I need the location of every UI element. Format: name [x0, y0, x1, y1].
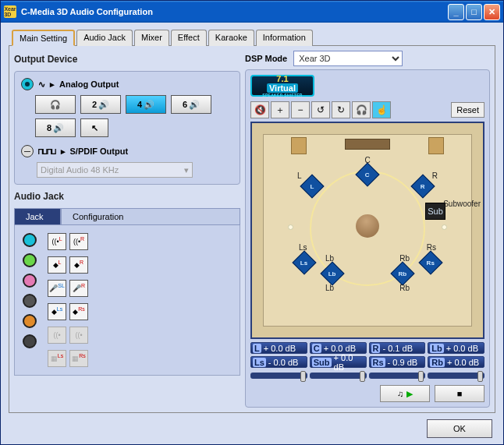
spdif-format-select[interactable]: Digital Audio 48 KHz ▾ — [37, 162, 193, 178]
close-button[interactable]: ✕ — [484, 4, 500, 20]
dsp-mode-label: DSP Mode — [245, 54, 287, 63]
digital-wave-icon: ⊓⊔⊓⊔ — [38, 147, 56, 157]
back-ls-button: ▦Ls — [48, 350, 66, 367]
tab-effect[interactable]: Effect — [171, 30, 207, 46]
zoom-in-button[interactable]: ＋ — [271, 101, 289, 118]
level-ls[interactable]: Ls- 0.0 dB — [250, 356, 307, 368]
mute-button[interactable]: 🔇 — [250, 101, 269, 118]
tab-karaoke[interactable]: Karaoke — [208, 30, 254, 46]
level-rb[interactable]: Rb+ 0.0 dB — [428, 356, 484, 368]
sub-button: ((• — [69, 327, 88, 344]
speaker-6-button[interactable]: 6🔊 — [171, 95, 211, 114]
reset-button[interactable]: Reset — [451, 102, 484, 118]
ok-button[interactable]: OK — [427, 419, 492, 438]
sine-wave-icon: ∿ — [38, 79, 45, 90]
speaker-4-button[interactable]: 4🔊 — [126, 95, 166, 114]
front-monitor-l — [291, 137, 307, 154]
play-demo-button[interactable]: ♫▶ — [380, 385, 430, 402]
jack-black[interactable] — [23, 334, 37, 348]
front-r-button[interactable]: ◆R — [69, 256, 88, 274]
spdif-output-label: S/PDIF Output — [70, 147, 129, 156]
slider-sub[interactable] — [310, 373, 367, 379]
level-sub[interactable]: Sub+ 0.0 dB — [310, 356, 367, 368]
stop-demo-button[interactable]: ■ — [435, 385, 484, 402]
speaker-2-button[interactable]: 2🔊 — [80, 95, 121, 114]
side-dot-l — [288, 224, 293, 230]
mic-sl-button[interactable]: 🎤SL — [48, 280, 66, 297]
titlebar: Xear3D C-Media 3D Audio Configuration _ … — [1, 1, 503, 23]
headphone-icon: 🎧 — [50, 100, 61, 110]
configuration-tab[interactable]: Configuration — [61, 208, 240, 225]
music-note-icon: ♫ — [397, 389, 403, 398]
manual-shift-button[interactable]: ☝ — [372, 101, 391, 118]
speaker-icon: 🔊 — [98, 100, 109, 110]
surround-rs-button[interactable]: ◆Rs — [69, 303, 88, 320]
level-lb[interactable]: Lb+ 0.0 dB — [428, 342, 484, 354]
mic-r-button[interactable]: 🎤R — [69, 280, 88, 297]
wand-icon: ↖ — [91, 123, 98, 133]
speaker-room[interactable]: C C L L R R Sub Subwoofer Ls Ls — [250, 122, 484, 339]
surround-ls-button[interactable]: ◆Ls — [48, 303, 66, 320]
side-dot-r — [442, 224, 447, 230]
spdif-output-row[interactable]: ⊓⊔⊓⊔▸ S/PDIF Output — [21, 145, 233, 157]
jack-orange[interactable] — [23, 314, 37, 328]
speaker-8-button[interactable]: 8🔊 — [35, 118, 76, 137]
tab-mixer[interactable]: Mixer — [134, 30, 169, 46]
speaker-icon: 🔊 — [53, 123, 64, 133]
jack-blue[interactable] — [23, 233, 37, 247]
headphone-button[interactable]: 🎧 — [35, 95, 76, 114]
jack-color-column — [23, 233, 37, 367]
stop-icon: ■ — [457, 389, 463, 398]
headphone-mode-button[interactable]: 🎧 — [352, 101, 371, 118]
front-monitor-r — [428, 137, 444, 154]
tab-audio-jack[interactable]: Audio Jack — [76, 30, 133, 46]
listener-head-icon[interactable] — [356, 214, 379, 238]
dsp-panel: 7.1 Virtual SPEAKER SHIFTER 🔇 ＋ − ↺ ↻ 🎧 … — [245, 69, 490, 408]
jack-green[interactable] — [23, 253, 37, 267]
play-icon: ▶ — [406, 389, 413, 399]
spdif-radio-off-icon[interactable] — [21, 145, 34, 157]
analog-output-row[interactable]: ∿▸ Analog Output — [21, 78, 233, 90]
speaker-sub[interactable]: Sub — [425, 203, 445, 220]
app-icon: Xear3D — [4, 5, 16, 18]
window-title: C-Media 3D Audio Configuration — [21, 7, 448, 16]
jack-tab[interactable]: Jack — [14, 208, 61, 225]
rotate-cw-button[interactable]: ↻ — [332, 101, 350, 118]
app-window: Xear3D C-Media 3D Audio Configuration _ … — [0, 0, 504, 445]
analog-output-label: Analog Output — [59, 79, 119, 89]
dsp-mode-select[interactable]: Xear 3D — [293, 51, 403, 66]
center-button: ((• — [48, 327, 66, 344]
jack-grey[interactable] — [23, 294, 37, 308]
slider-rb[interactable] — [428, 373, 484, 379]
slider-ls[interactable] — [250, 373, 307, 379]
level-l[interactable]: L+ 0.0 dB — [250, 342, 307, 354]
speaker-icon: 🔊 — [189, 100, 200, 110]
output-device-panel: ∿▸ Analog Output 🎧 2🔊 4🔊 6🔊 8🔊 ↖ — [14, 71, 240, 185]
output-device-heading: Output Device — [14, 54, 240, 65]
jack-pink[interactable] — [23, 274, 37, 288]
minimize-button[interactable]: _ — [448, 4, 464, 20]
audio-jack-heading: Audio Jack — [14, 191, 240, 202]
tab-body: Output Device ∿▸ Analog Output 🎧 2🔊 4🔊 6… — [9, 45, 495, 413]
test-speakers-button[interactable]: ↖ — [80, 118, 108, 137]
front-l-button[interactable]: ◆L — [48, 256, 66, 274]
channel-levels: L+ 0.0 dB C+ 0.0 dB R- 0.1 dB Lb+ 0.0 dB… — [250, 342, 484, 368]
maximize-button[interactable]: □ — [466, 4, 482, 20]
zoom-out-button[interactable]: − — [291, 101, 310, 118]
tv-icon — [345, 139, 390, 150]
level-rs[interactable]: Rs- 0.9 dB — [369, 356, 426, 368]
rotate-ccw-button[interactable]: ↺ — [311, 101, 330, 118]
line-in-l-button[interactable]: ((•L — [48, 233, 66, 250]
tab-main-setting[interactable]: Main Setting — [12, 30, 75, 46]
tab-information[interactable]: Information — [256, 30, 313, 46]
line-in-r-button[interactable]: ((•R — [69, 233, 88, 250]
main-tabs: Main Setting Audio Jack Mixer Effect Kar… — [9, 29, 495, 45]
jack-config-column: ((•L ((•R ◆L ◆R 🎤SL 🎤R — [48, 233, 88, 367]
chevron-down-icon: ▾ — [184, 165, 189, 175]
virtual-71-badge[interactable]: 7.1 Virtual SPEAKER SHIFTER — [250, 75, 314, 97]
slider-rs[interactable] — [369, 373, 426, 379]
analog-radio-on-icon[interactable] — [21, 78, 34, 90]
level-r[interactable]: R- 0.1 dB — [369, 342, 426, 354]
speaker-icon: 🔊 — [144, 100, 154, 110]
speaker-config-buttons: 🎧 2🔊 4🔊 6🔊 8🔊 ↖ — [21, 95, 233, 137]
